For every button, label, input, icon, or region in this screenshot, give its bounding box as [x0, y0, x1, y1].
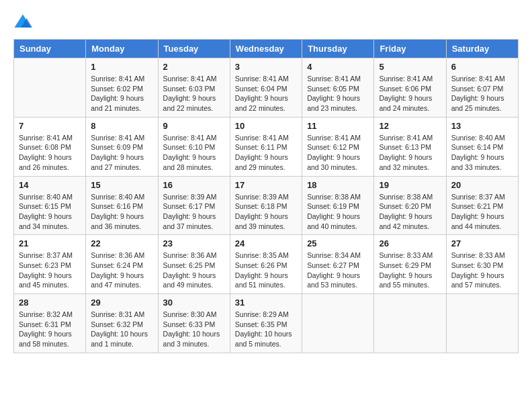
day-number: 25 [307, 238, 369, 248]
week-row-4: 21 Sunrise: 8:37 AMSunset: 6:23 PMDaylig… [14, 235, 519, 294]
header-cell-tuesday: Tuesday [158, 40, 230, 58]
day-info: Sunrise: 8:29 AMSunset: 6:35 PMDaylight:… [235, 310, 297, 349]
day-number: 29 [91, 298, 152, 308]
day-number: 7 [19, 121, 81, 131]
day-cell: 11 Sunrise: 8:41 AMSunset: 6:12 PMDaylig… [302, 117, 374, 176]
day-number: 13 [451, 121, 513, 131]
week-row-5: 28 Sunrise: 8:32 AMSunset: 6:31 PMDaylig… [14, 294, 519, 353]
week-row-2: 7 Sunrise: 8:41 AMSunset: 6:08 PMDayligh… [14, 117, 519, 176]
day-cell: 15 Sunrise: 8:40 AMSunset: 6:16 PMDaylig… [86, 176, 158, 235]
day-number: 15 [91, 180, 152, 190]
day-number: 18 [307, 180, 369, 190]
day-info: Sunrise: 8:35 AMSunset: 6:26 PMDaylight:… [235, 250, 297, 290]
page-header [13, 13, 519, 32]
day-number: 27 [451, 238, 513, 248]
day-cell: 14 Sunrise: 8:40 AMSunset: 6:15 PMDaylig… [14, 176, 86, 235]
calendar-table: SundayMondayTuesdayWednesdayThursdayFrid… [13, 39, 519, 353]
logo-icon [13, 13, 32, 32]
day-cell: 13 Sunrise: 8:40 AMSunset: 6:14 PMDaylig… [446, 117, 518, 176]
day-info: Sunrise: 8:33 AMSunset: 6:29 PMDaylight:… [379, 250, 441, 290]
day-number: 5 [379, 62, 441, 72]
day-cell: 1 Sunrise: 8:41 AMSunset: 6:02 PMDayligh… [86, 58, 158, 118]
day-cell: 12 Sunrise: 8:41 AMSunset: 6:13 PMDaylig… [374, 117, 446, 176]
day-number: 16 [163, 180, 225, 190]
day-info: Sunrise: 8:38 AMSunset: 6:19 PMDaylight:… [307, 192, 369, 232]
header-cell-wednesday: Wednesday [230, 40, 302, 58]
day-number: 3 [235, 62, 297, 72]
header-cell-thursday: Thursday [302, 40, 374, 58]
day-number: 30 [163, 298, 225, 308]
day-number: 4 [307, 62, 369, 72]
day-info: Sunrise: 8:30 AMSunset: 6:33 PMDaylight:… [163, 310, 225, 349]
day-number: 1 [91, 62, 152, 72]
day-cell: 30 Sunrise: 8:30 AMSunset: 6:33 PMDaylig… [158, 294, 230, 353]
day-cell: 31 Sunrise: 8:29 AMSunset: 6:35 PMDaylig… [230, 294, 302, 353]
day-number: 2 [163, 62, 225, 72]
day-cell: 20 Sunrise: 8:37 AMSunset: 6:21 PMDaylig… [446, 176, 518, 235]
day-info: Sunrise: 8:41 AMSunset: 6:13 PMDaylight:… [379, 133, 441, 173]
day-info: Sunrise: 8:41 AMSunset: 6:06 PMDaylight:… [379, 74, 441, 113]
day-number: 12 [379, 121, 441, 131]
day-number: 21 [19, 238, 81, 248]
day-cell [374, 294, 446, 353]
day-number: 26 [379, 238, 441, 248]
day-cell: 2 Sunrise: 8:41 AMSunset: 6:03 PMDayligh… [158, 58, 230, 118]
day-cell: 28 Sunrise: 8:32 AMSunset: 6:31 PMDaylig… [14, 294, 86, 353]
day-number: 17 [235, 180, 297, 190]
calendar-body: 1 Sunrise: 8:41 AMSunset: 6:02 PMDayligh… [14, 58, 519, 353]
day-cell: 6 Sunrise: 8:41 AMSunset: 6:07 PMDayligh… [446, 58, 518, 118]
day-info: Sunrise: 8:41 AMSunset: 6:10 PMDaylight:… [163, 133, 225, 173]
day-info: Sunrise: 8:37 AMSunset: 6:23 PMDaylight:… [19, 250, 81, 290]
day-cell [302, 294, 374, 353]
day-info: Sunrise: 8:41 AMSunset: 6:02 PMDaylight:… [91, 74, 152, 113]
day-number: 20 [451, 180, 513, 190]
day-info: Sunrise: 8:41 AMSunset: 6:04 PMDaylight:… [235, 74, 297, 113]
day-number: 14 [19, 180, 81, 190]
week-row-3: 14 Sunrise: 8:40 AMSunset: 6:15 PMDaylig… [14, 176, 519, 235]
day-info: Sunrise: 8:34 AMSunset: 6:27 PMDaylight:… [307, 250, 369, 290]
day-cell [446, 294, 518, 353]
day-number: 19 [379, 180, 441, 190]
day-number: 23 [163, 238, 225, 248]
day-number: 6 [451, 62, 513, 72]
day-cell [14, 58, 86, 118]
day-cell: 26 Sunrise: 8:33 AMSunset: 6:29 PMDaylig… [374, 235, 446, 294]
header-cell-friday: Friday [374, 40, 446, 58]
day-info: Sunrise: 8:33 AMSunset: 6:30 PMDaylight:… [451, 250, 513, 290]
day-info: Sunrise: 8:40 AMSunset: 6:16 PMDaylight:… [91, 192, 152, 232]
day-info: Sunrise: 8:39 AMSunset: 6:18 PMDaylight:… [235, 192, 297, 232]
header-cell-sunday: Sunday [14, 40, 86, 58]
day-number: 24 [235, 238, 297, 248]
day-cell: 27 Sunrise: 8:33 AMSunset: 6:30 PMDaylig… [446, 235, 518, 294]
day-cell: 16 Sunrise: 8:39 AMSunset: 6:17 PMDaylig… [158, 176, 230, 235]
day-cell: 18 Sunrise: 8:38 AMSunset: 6:19 PMDaylig… [302, 176, 374, 235]
day-info: Sunrise: 8:40 AMSunset: 6:15 PMDaylight:… [19, 192, 81, 232]
day-cell: 8 Sunrise: 8:41 AMSunset: 6:09 PMDayligh… [86, 117, 158, 176]
day-number: 31 [235, 298, 297, 308]
day-cell: 29 Sunrise: 8:31 AMSunset: 6:32 PMDaylig… [86, 294, 158, 353]
day-number: 10 [235, 121, 297, 131]
day-info: Sunrise: 8:37 AMSunset: 6:21 PMDaylight:… [451, 192, 513, 232]
day-info: Sunrise: 8:36 AMSunset: 6:24 PMDaylight:… [91, 250, 152, 290]
day-cell: 22 Sunrise: 8:36 AMSunset: 6:24 PMDaylig… [86, 235, 158, 294]
day-info: Sunrise: 8:38 AMSunset: 6:20 PMDaylight:… [379, 192, 441, 232]
day-number: 9 [163, 121, 225, 131]
week-row-1: 1 Sunrise: 8:41 AMSunset: 6:02 PMDayligh… [14, 58, 519, 118]
day-info: Sunrise: 8:41 AMSunset: 6:03 PMDaylight:… [163, 74, 225, 113]
day-cell: 9 Sunrise: 8:41 AMSunset: 6:10 PMDayligh… [158, 117, 230, 176]
day-cell: 4 Sunrise: 8:41 AMSunset: 6:05 PMDayligh… [302, 58, 374, 118]
day-number: 8 [91, 121, 152, 131]
day-cell: 7 Sunrise: 8:41 AMSunset: 6:08 PMDayligh… [14, 117, 86, 176]
day-info: Sunrise: 8:32 AMSunset: 6:31 PMDaylight:… [19, 310, 81, 349]
day-info: Sunrise: 8:40 AMSunset: 6:14 PMDaylight:… [451, 133, 513, 173]
day-cell: 21 Sunrise: 8:37 AMSunset: 6:23 PMDaylig… [14, 235, 86, 294]
header-cell-monday: Monday [86, 40, 158, 58]
day-info: Sunrise: 8:41 AMSunset: 6:12 PMDaylight:… [307, 133, 369, 173]
day-info: Sunrise: 8:36 AMSunset: 6:25 PMDaylight:… [163, 250, 225, 290]
day-info: Sunrise: 8:41 AMSunset: 6:08 PMDaylight:… [19, 133, 81, 173]
day-number: 11 [307, 121, 369, 131]
day-number: 28 [19, 298, 81, 308]
day-cell: 3 Sunrise: 8:41 AMSunset: 6:04 PMDayligh… [230, 58, 302, 118]
day-cell: 25 Sunrise: 8:34 AMSunset: 6:27 PMDaylig… [302, 235, 374, 294]
day-info: Sunrise: 8:41 AMSunset: 6:05 PMDaylight:… [307, 74, 369, 113]
